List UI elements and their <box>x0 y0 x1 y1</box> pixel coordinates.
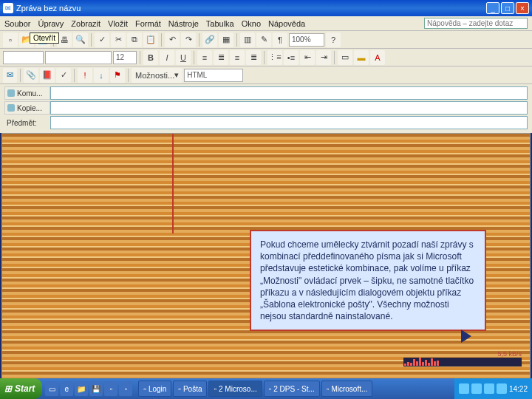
justify-button[interactable]: ≣ <box>246 50 261 65</box>
to-input[interactable] <box>50 86 528 100</box>
menu-soubor[interactable]: Soubor <box>4 19 30 28</box>
menu-zobrazit[interactable]: Zobrazit <box>71 19 100 28</box>
tooltip: Otevřít <box>30 33 59 44</box>
task-dps[interactable]: ▫2 DPS - St... <box>264 381 320 397</box>
italic-button[interactable]: I <box>160 50 174 65</box>
highlight-button[interactable]: ▬ <box>354 50 369 65</box>
preview-button[interactable]: 🔍 <box>73 33 88 47</box>
task-microsoft[interactable]: ▫2 Microso... <box>208 381 262 397</box>
importance-high-button[interactable]: ! <box>78 68 92 83</box>
task-login[interactable]: ▫Login <box>138 381 171 397</box>
ql-explorer[interactable]: 📁 <box>75 381 88 396</box>
toolbar-standard: ▫ 📂 💾 🖶 🔍 ✓ ✂ ⧉ 📋 ↶ ↷ 🔗 ▦ ▥ ✎ ¶ 100% ? <box>0 31 532 49</box>
font-color-button[interactable]: A <box>370 50 385 65</box>
align-right-button[interactable]: ≡ <box>230 50 245 65</box>
border-button[interactable]: ▭ <box>338 50 352 65</box>
mail-header-fields: Komu... Kopie... Předmět: <box>0 84 532 133</box>
ql-app2[interactable]: ▫ <box>119 381 132 396</box>
send-button[interactable]: ✉ <box>3 68 17 83</box>
windows-icon: ⊞ <box>4 383 12 394</box>
menu-format[interactable]: Formát <box>135 19 161 28</box>
options-button[interactable]: Možnosti... ▾ <box>132 68 183 83</box>
tray-icon[interactable] <box>484 383 494 394</box>
new-button[interactable]: ▫ <box>3 33 18 47</box>
menu-tabulka[interactable]: Tabulka <box>206 19 234 28</box>
task-buttons: ▫Login ▫Pošta ▫2 Microso... ▫2 DPS - St.… <box>135 381 454 397</box>
ql-ie[interactable]: e <box>60 381 73 396</box>
tray-icon[interactable] <box>459 383 469 394</box>
app-icon: ✉ <box>3 3 13 13</box>
cc-button[interactable]: Kopie... <box>4 101 50 115</box>
help-button[interactable]: ? <box>326 33 341 47</box>
titlebar: ✉ Zpráva bez názvu _ □ × <box>0 0 532 16</box>
toolbar-mail: ✉ 📎 📕 ✓ ! ↓ ⚑ Možnosti... ▾ HTML <box>0 66 532 84</box>
ql-app1[interactable]: ▫ <box>104 381 117 396</box>
address-book-button[interactable]: 📕 <box>40 68 55 83</box>
menu-vlozit[interactable]: Vložit <box>108 19 128 28</box>
check-names-button[interactable]: ✓ <box>56 68 71 83</box>
play-icon[interactable] <box>461 330 471 343</box>
outdent-button[interactable]: ⇤ <box>300 50 315 65</box>
bullets-button[interactable]: •≡ <box>284 50 299 65</box>
to-button[interactable]: Komu... <box>4 86 50 100</box>
task-ms2[interactable]: ▫Microsoft... <box>321 381 372 397</box>
undo-button[interactable]: ↶ <box>165 33 180 47</box>
network-monitor: 5,5 kB/s <box>403 350 522 369</box>
ql-save[interactable]: 💾 <box>89 381 103 396</box>
callout-connector <box>172 134 174 233</box>
copy-button[interactable]: ⧉ <box>127 33 142 47</box>
tray-icon[interactable] <box>471 383 482 394</box>
zoom-select[interactable]: 100% <box>289 33 324 47</box>
table-button[interactable]: ▦ <box>219 33 233 47</box>
system-tray[interactable]: 14:22 <box>454 378 532 399</box>
ql-desktop[interactable]: ▭ <box>45 381 58 396</box>
numbering-button[interactable]: ⋮≡ <box>267 50 282 65</box>
minimize-button[interactable]: _ <box>486 2 499 14</box>
show-marks-button[interactable]: ¶ <box>273 33 287 47</box>
font-size-select[interactable]: 12 <box>113 51 137 64</box>
network-graph <box>403 358 522 366</box>
clock: 14:22 <box>509 385 528 393</box>
start-button[interactable]: ⊞ Start <box>0 378 42 399</box>
style-select[interactable] <box>3 51 44 64</box>
redo-button[interactable]: ↷ <box>181 33 196 47</box>
window-title: Zpráva bez názvu <box>16 4 486 13</box>
drawing-button[interactable]: ✎ <box>256 33 271 47</box>
font-select[interactable] <box>45 51 112 64</box>
link-button[interactable]: 🔗 <box>202 33 217 47</box>
person-icon <box>7 104 15 112</box>
subject-label: Předmět: <box>4 116 50 129</box>
importance-low-button[interactable]: ↓ <box>94 68 109 83</box>
menu-napoveda[interactable]: Nápověda <box>268 19 305 28</box>
quick-launch: ▭ e 📁 💾 ▫ ▫ <box>42 381 135 396</box>
spell-button[interactable]: ✓ <box>95 33 109 47</box>
person-icon <box>7 89 15 97</box>
toolbar-formatting: 12 B I U ≡ ≣ ≡ ≣ ⋮≡ •≡ ⇤ ⇥ ▭ ▬ A <box>0 49 532 66</box>
close-button[interactable]: × <box>516 2 529 14</box>
cut-button[interactable]: ✂ <box>111 33 126 47</box>
instruction-callout: Pokud chceme umělecky ztvárnit pozadí na… <box>250 230 486 331</box>
tray-icon[interactable] <box>497 383 507 394</box>
menu-okno[interactable]: Okno <box>242 19 261 28</box>
align-center-button[interactable]: ≣ <box>214 50 228 65</box>
indent-button[interactable]: ⇥ <box>316 50 331 65</box>
menu-upravy[interactable]: Úpravy <box>38 19 64 28</box>
paste-button[interactable]: 📋 <box>143 33 158 47</box>
task-posta[interactable]: ▫Pošta <box>173 381 207 397</box>
taskbar: ⊞ Start ▭ e 📁 💾 ▫ ▫ ▫Login ▫Pošta ▫2 Mic… <box>0 378 532 399</box>
bold-button[interactable]: B <box>143 50 158 65</box>
cc-input[interactable] <box>50 101 528 115</box>
underline-button[interactable]: U <box>176 50 191 65</box>
align-left-button[interactable]: ≡ <box>197 50 212 65</box>
columns-button[interactable]: ▥ <box>240 33 255 47</box>
attach-button[interactable]: 📎 <box>24 68 38 83</box>
menubar: Soubor Úpravy Zobrazit Vložit Formát Nás… <box>0 16 532 31</box>
subject-input[interactable] <box>50 116 528 129</box>
menu-nastroje[interactable]: Nástroje <box>168 19 199 28</box>
maximize-button[interactable]: □ <box>501 2 514 14</box>
help-search-input[interactable] <box>424 18 528 29</box>
flag-button[interactable]: ⚑ <box>110 68 125 83</box>
format-select[interactable]: HTML <box>184 69 243 82</box>
